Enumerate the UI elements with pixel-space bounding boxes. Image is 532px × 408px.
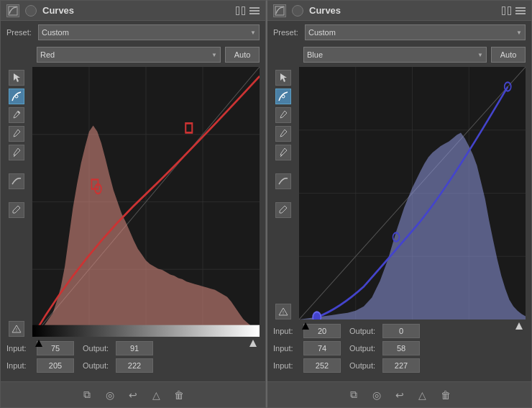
- left-input-val-2[interactable]: [37, 358, 74, 373]
- curves-icon: [8, 6, 18, 16]
- right-channel-row: Blue Red Green RGB Auto: [267, 44, 531, 65]
- right-curves-icon: [275, 6, 285, 16]
- left-input-label-1: Input:: [6, 344, 34, 353]
- left-tool-eyedropper1[interactable]: [9, 107, 24, 123]
- right-visibility-icon[interactable]: [292, 5, 303, 17]
- right-preset-select[interactable]: Custom: [305, 24, 526, 40]
- right-tool-curve[interactable]: [275, 89, 291, 104]
- left-curves-svg: [32, 67, 260, 337]
- right-input-row-2: Input: Output:: [273, 341, 526, 355]
- left-channel-row: Red Green Blue RGB Auto: [1, 44, 265, 65]
- right-auto-button[interactable]: Auto: [491, 47, 526, 63]
- right-output-val-2[interactable]: [382, 341, 420, 355]
- left-panel-footer: ⧉ ◎ ↩ △ 🗑: [1, 381, 265, 407]
- left-tool-eyedropper2[interactable]: [9, 126, 24, 142]
- left-footer-icon-5[interactable]: 🗑: [172, 388, 186, 402]
- right-channel-select[interactable]: Blue Red Green RGB: [303, 47, 487, 63]
- right-tool-warning[interactable]: !: [275, 304, 291, 319]
- left-black-point[interactable]: [35, 340, 42, 347]
- left-tool-pencil[interactable]: [9, 202, 24, 218]
- left-footer-icon-4[interactable]: △: [149, 388, 163, 402]
- right-footer-icon-2[interactable]: ◎: [370, 388, 384, 402]
- left-tool-pointer[interactable]: [9, 70, 24, 86]
- right-menu-icon[interactable]: [515, 7, 526, 14]
- svg-line-4: [18, 206, 20, 208]
- right-input-label-3: Input:: [273, 361, 301, 370]
- right-tool-eyedropper2[interactable]: [275, 126, 291, 142]
- right-footer-icon-1[interactable]: ⧉: [347, 388, 361, 402]
- right-footer-icon-4[interactable]: △: [416, 388, 430, 402]
- left-visibility-icon[interactable]: [25, 5, 37, 17]
- left-channel-select[interactable]: Red Green Blue RGB: [37, 47, 221, 63]
- right-curves-area: !: [267, 65, 531, 321]
- right-tool-curve-shape[interactable]: [275, 173, 291, 189]
- right-white-point[interactable]: [515, 322, 523, 330]
- svg-point-2: [18, 112, 20, 114]
- left-input-label-2: Input:: [6, 361, 34, 370]
- left-sliders: [32, 340, 260, 347]
- left-preset-row: Preset: Custom: [1, 21, 265, 44]
- left-channel-select-wrap: Red Green Blue RGB: [37, 47, 221, 63]
- left-preset-select-wrapper: Custom: [38, 24, 260, 40]
- left-canvas-wrap[interactable]: [32, 67, 260, 337]
- svg-rect-19: [32, 325, 260, 337]
- right-input-row-3: Input: Output:: [273, 358, 526, 373]
- right-panel-footer: ⧉ ◎ ↩ △ 🗑: [267, 381, 531, 407]
- left-auto-button[interactable]: Auto: [225, 47, 260, 63]
- right-footer-icon-5[interactable]: 🗑: [439, 388, 453, 402]
- left-tool-curve[interactable]: [9, 89, 24, 104]
- right-input-val-3[interactable]: [303, 358, 341, 373]
- left-input-row-2: Input: Output:: [6, 358, 260, 373]
- right-preset-select-wrapper: Custom: [305, 24, 526, 40]
- left-white-point[interactable]: [249, 340, 257, 347]
- right-tool-eyedropper3[interactable]: [275, 145, 291, 160]
- right-canvas-wrap[interactable]: [299, 67, 526, 319]
- right-input-label-1: Input:: [273, 327, 301, 335]
- right-panel-icons-right: [502, 6, 526, 15]
- left-tools: !: [4, 67, 29, 337]
- right-channel-select-wrap: Blue Red Green RGB: [303, 47, 487, 63]
- right-expand-icon[interactable]: [502, 6, 511, 15]
- right-preset-label: Preset:: [273, 28, 301, 37]
- right-curves-svg: [299, 67, 526, 319]
- left-panel-title: Curves: [42, 5, 74, 16]
- right-output-val-3[interactable]: [382, 358, 420, 373]
- right-output-label-3: Output:: [349, 361, 380, 370]
- svg-point-33: [313, 312, 321, 319]
- right-black-point[interactable]: [302, 322, 309, 330]
- right-output-label-2: Output:: [349, 344, 380, 353]
- left-expand-icon[interactable]: [236, 6, 245, 15]
- right-preset-row: Preset: Custom: [267, 21, 531, 44]
- left-tool-eyedropper3[interactable]: [9, 145, 24, 160]
- left-panel-icons-right: [236, 6, 260, 15]
- left-preset-label: Preset:: [6, 28, 34, 37]
- left-panel-header: Curves: [1, 1, 265, 21]
- right-input-val-2[interactable]: [303, 341, 341, 355]
- right-panel-icon: [273, 4, 286, 17]
- left-footer-icon-2[interactable]: ◎: [103, 388, 117, 402]
- svg-point-1: [15, 95, 18, 98]
- left-panel: Curves Preset: Custom Red Green: [0, 0, 266, 408]
- svg-text:!: !: [283, 310, 284, 315]
- right-tool-pointer[interactable]: [275, 70, 291, 86]
- right-panel: Curves Preset: Custom Blue Red: [266, 0, 532, 408]
- right-footer-icon-3[interactable]: ↩: [393, 388, 407, 402]
- left-footer-icon-3[interactable]: ↩: [126, 388, 140, 402]
- right-bottom-controls: Input: Output: Input: Output: Input: Out…: [267, 321, 531, 381]
- svg-point-21: [282, 95, 285, 98]
- svg-text:!: !: [16, 327, 17, 332]
- left-curves-area: !: [1, 65, 265, 338]
- left-output-label-2: Output:: [83, 361, 113, 370]
- right-tools: !: [270, 67, 296, 319]
- left-menu-icon[interactable]: [249, 7, 260, 14]
- left-tool-curve-shape[interactable]: [9, 173, 24, 189]
- left-preset-select[interactable]: Custom: [38, 24, 260, 40]
- left-output-val-2[interactable]: [116, 358, 153, 373]
- right-input-label-2: Input:: [273, 344, 301, 353]
- right-tool-eyedropper1[interactable]: [275, 107, 291, 123]
- right-tool-pencil[interactable]: [275, 202, 291, 218]
- right-sliders: [299, 322, 526, 330]
- right-panel-header: Curves: [267, 1, 531, 21]
- left-tool-warning[interactable]: !: [9, 321, 24, 337]
- left-footer-icon-1[interactable]: ⧉: [80, 388, 94, 402]
